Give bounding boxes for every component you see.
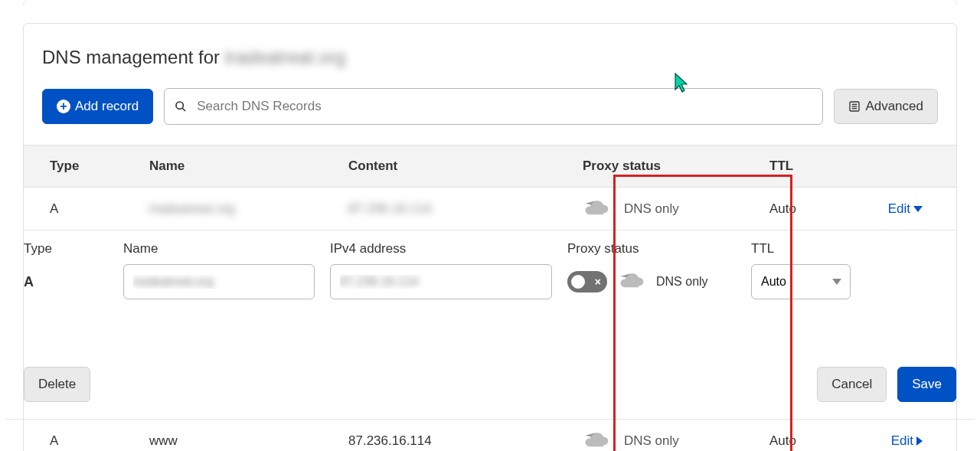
editor-label-name: Name	[123, 241, 330, 257]
table-row[interactable]: A tradeatreat.org 87.236.16.114 DNS only…	[24, 188, 956, 230]
record-editor: Type Name IPv4 address Proxy status TTL …	[5, 230, 975, 420]
search-icon	[175, 100, 187, 113]
editor-label-ttl: TTL	[751, 241, 858, 257]
search-wrap	[164, 88, 823, 125]
editor-label-ipv4: IPv4 address	[330, 241, 567, 257]
toolbar: + Add record Advanced	[42, 88, 938, 125]
editor-type-value: A	[24, 274, 123, 290]
dns-management-panel: DNS management for tradeatreat.org + Add…	[23, 23, 957, 451]
delete-button[interactable]: Delete	[24, 367, 90, 402]
col-header-type: Type	[42, 159, 149, 174]
page-title: DNS management for tradeatreat.org	[42, 47, 938, 68]
svg-line-1	[182, 108, 185, 111]
cell-name: www	[149, 433, 348, 449]
cell-action: Edit	[861, 201, 930, 217]
editor-label-proxy: Proxy status	[567, 241, 751, 257]
chevron-down-icon	[832, 279, 841, 285]
col-header-name: Name	[149, 159, 348, 174]
cell-content: 87.236.16.114	[348, 433, 583, 449]
advanced-button[interactable]: Advanced	[834, 89, 938, 124]
cell-name: tradeatreat.org	[149, 201, 348, 217]
cell-action: Edit	[861, 433, 930, 449]
chevron-right-icon	[916, 436, 923, 446]
cell-ttl: Auto	[769, 433, 861, 449]
proxy-status-text: DNS only	[624, 201, 679, 217]
cloud-off-icon	[583, 433, 610, 449]
editor-proxy-text: DNS only	[656, 275, 708, 289]
ipv4-field[interactable]	[330, 264, 552, 299]
col-header-content: Content	[348, 159, 583, 174]
page-title-prefix: DNS management for	[42, 47, 225, 67]
chevron-down-icon	[913, 206, 923, 212]
cloud-off-icon	[583, 201, 610, 217]
mouse-cursor-icon	[675, 73, 690, 93]
table-header: Type Name Content Proxy status TTL	[24, 145, 956, 188]
cell-ttl: Auto	[769, 201, 861, 217]
cell-type: A	[42, 201, 149, 217]
cell-content: 87.236.16.114	[348, 201, 583, 217]
name-field[interactable]	[123, 264, 315, 299]
col-header-ttl: TTL	[769, 159, 861, 174]
proxy-status-text: DNS only	[624, 433, 679, 449]
list-icon	[848, 100, 861, 113]
edit-link[interactable]: Edit	[888, 201, 923, 217]
edit-link[interactable]: Edit	[891, 433, 923, 449]
save-button[interactable]: Save	[897, 367, 956, 402]
proxy-toggle[interactable]: ×	[567, 271, 607, 292]
editor-label-type: Type	[24, 241, 123, 257]
col-header-proxy: Proxy status	[583, 159, 769, 174]
add-record-button[interactable]: + Add record	[42, 89, 153, 124]
add-record-label: Add record	[75, 99, 139, 114]
dns-table: Type Name Content Proxy status TTL A tra…	[24, 145, 956, 451]
toggle-knob	[570, 273, 586, 290]
svg-point-0	[176, 102, 183, 109]
cell-proxy: DNS only	[583, 433, 769, 449]
table-row[interactable]: A www 87.236.16.114 DNS only Auto Edit	[24, 420, 956, 451]
cancel-button[interactable]: Cancel	[817, 367, 887, 402]
cell-type: A	[42, 433, 149, 449]
toggle-off-mark: ×	[595, 276, 601, 288]
advanced-label: Advanced	[865, 99, 923, 114]
cloud-off-icon	[618, 273, 645, 290]
plus-circle-icon: +	[57, 100, 70, 113]
search-input[interactable]	[164, 88, 823, 125]
page-title-domain: tradeatreat.org	[225, 47, 345, 67]
cell-proxy: DNS only	[583, 201, 769, 217]
